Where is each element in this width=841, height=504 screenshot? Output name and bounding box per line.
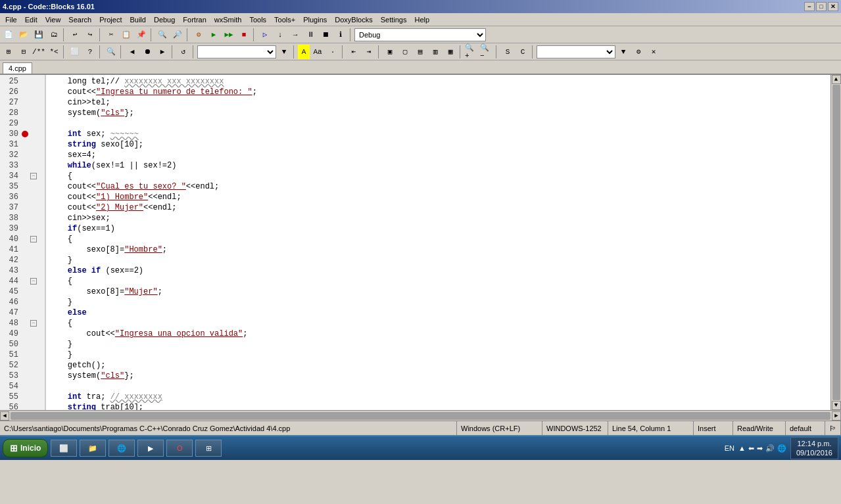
- start-button[interactable]: ⊞ Inicio: [3, 439, 48, 457]
- target-combo[interactable]: Debug: [354, 28, 486, 41]
- taskbar-app-ie[interactable]: ⬜: [51, 440, 77, 457]
- menu-item-tools+[interactable]: Tools+: [270, 14, 299, 25]
- tb2-zoom-out[interactable]: 🔍−: [479, 45, 494, 59]
- tb2-sel[interactable]: ▣: [383, 45, 397, 59]
- menu-item-settings[interactable]: Settings: [377, 14, 411, 25]
- scroll-thumb[interactable]: [832, 85, 840, 400]
- horizontal-scroll-thumb[interactable]: [11, 412, 830, 420]
- taskbar-app-opera[interactable]: O: [166, 440, 193, 457]
- menu-item-tools[interactable]: Tools: [245, 14, 270, 25]
- tb2-sel3[interactable]: ▤: [413, 45, 427, 59]
- vertical-scrollbar[interactable]: ▲ ▼: [830, 75, 841, 410]
- search-opts[interactable]: ⚙: [631, 45, 646, 59]
- gutter-row: 53: [0, 371, 45, 381]
- menu-item-doxyblocks[interactable]: DoxyBlocks: [331, 14, 376, 25]
- redo-button[interactable]: ↪: [83, 28, 97, 42]
- tb2-sel2[interactable]: ▢: [398, 45, 412, 59]
- scroll-right-button[interactable]: ▶: [832, 411, 841, 421]
- tb2-btn6[interactable]: ?: [83, 45, 97, 59]
- tb2-refresh[interactable]: ↺: [176, 45, 191, 59]
- clock[interactable]: 12:14 p.m. 09/10/2016: [790, 437, 838, 459]
- buildrun-button[interactable]: ▶▶: [222, 28, 236, 42]
- tb2-hl[interactable]: A: [298, 45, 310, 59]
- stop-button[interactable]: ■: [237, 28, 251, 42]
- taskbar-app-explorer[interactable]: 📁: [80, 440, 106, 457]
- scroll-down-button[interactable]: ▼: [832, 401, 841, 410]
- search-button[interactable]: 🔍: [155, 28, 170, 42]
- tb2-btn7[interactable]: 🔍: [104, 45, 118, 59]
- nav-fwd[interactable]: ▶: [155, 45, 170, 59]
- search-go[interactable]: ▼: [616, 45, 631, 59]
- fold-col[interactable]: −: [29, 236, 38, 242]
- tb2-fmt[interactable]: Aa: [310, 45, 325, 59]
- menu-item-project[interactable]: Project: [95, 14, 126, 25]
- tb2-sel4[interactable]: ▥: [428, 45, 443, 59]
- nav-circle[interactable]: ⏺: [140, 45, 155, 59]
- tb2-btn2[interactable]: ⊟: [16, 45, 31, 59]
- menu-item-search[interactable]: Search: [64, 14, 95, 25]
- taskbar-app-ie2[interactable]: 🌐: [108, 440, 135, 457]
- fold-col[interactable]: −: [29, 173, 38, 179]
- menu-item-file[interactable]: File: [1, 14, 21, 25]
- tb2-sel5[interactable]: ▦: [443, 45, 458, 59]
- menu-item-plugins[interactable]: Plugins: [299, 14, 331, 25]
- sep2: [99, 28, 102, 41]
- tb2-arrow2[interactable]: ⇥: [362, 45, 376, 59]
- tb2-btn1[interactable]: ⊞: [1, 45, 16, 59]
- fold-col[interactable]: −: [29, 278, 38, 285]
- tb2-btn4[interactable]: *<: [47, 45, 61, 59]
- debug-stop[interactable]: ⏹: [318, 28, 333, 42]
- debug-button[interactable]: ▷: [258, 28, 272, 42]
- menu-item-view[interactable]: View: [41, 14, 65, 25]
- menu-item-build[interactable]: Build: [126, 14, 149, 25]
- horizontal-scrollbar[interactable]: ◀ ▶: [0, 410, 841, 421]
- maximize-button[interactable]: □: [816, 2, 827, 11]
- scroll-up-button[interactable]: ▲: [832, 75, 841, 84]
- debug-pause[interactable]: ⏸: [303, 28, 318, 42]
- network-icon: 🌐: [777, 444, 786, 453]
- breakpoint-col[interactable]: [21, 131, 29, 137]
- open-button[interactable]: 📂: [16, 28, 31, 42]
- tb2-arrow[interactable]: ⇤: [347, 45, 361, 59]
- run-button[interactable]: ▶: [206, 28, 221, 42]
- copy-button[interactable]: 📋: [119, 28, 133, 42]
- menu-item-wxsmith[interactable]: wxSmith: [210, 14, 246, 25]
- menu-item-debug[interactable]: Debug: [150, 14, 179, 25]
- debug-next[interactable]: →: [288, 28, 302, 42]
- tb2-btn5[interactable]: ⬜: [68, 45, 82, 59]
- jump-combo[interactable]: [197, 45, 276, 58]
- tb2-btn3[interactable]: /**: [32, 45, 46, 59]
- build-button[interactable]: ⚙: [191, 28, 206, 42]
- undo-button[interactable]: ↩: [68, 28, 82, 42]
- debug-step[interactable]: ↓: [273, 28, 287, 42]
- save-all-button[interactable]: 🗂: [47, 28, 61, 42]
- new-button[interactable]: 📄: [1, 28, 16, 42]
- menu-item-edit[interactable]: Edit: [21, 14, 41, 25]
- fold-col[interactable]: −: [29, 320, 38, 327]
- taskbar-app-media[interactable]: ▶: [137, 440, 164, 457]
- close-button[interactable]: ✕: [828, 2, 838, 11]
- file-tab-4cpp[interactable]: 4.cpp: [3, 62, 32, 74]
- search-combo[interactable]: [537, 45, 615, 58]
- tb2-dot[interactable]: ·: [325, 45, 340, 59]
- menu-item-help[interactable]: Help: [410, 14, 433, 25]
- cut-button[interactable]: ✂: [104, 28, 118, 42]
- code-line: }: [49, 297, 828, 308]
- tb2-s1[interactable]: S: [500, 45, 515, 59]
- gutter-row: 47: [0, 308, 45, 318]
- tb2-c1[interactable]: C: [516, 45, 530, 59]
- ie2-icon: 🌐: [117, 444, 126, 453]
- code-editor[interactable]: long tel;// xxxxxxxx xxx xxxxxxxx cout<<…: [46, 75, 830, 410]
- paste-button[interactable]: 📌: [134, 28, 149, 42]
- nav-back[interactable]: ◀: [125, 45, 139, 59]
- tb2-zoom-in[interactable]: 🔍+: [464, 45, 479, 59]
- menu-item-fortran[interactable]: Fortran: [179, 14, 210, 25]
- save-button[interactable]: 💾: [32, 28, 46, 42]
- scroll-left-button[interactable]: ◀: [0, 411, 9, 421]
- search-close[interactable]: ✕: [646, 45, 661, 59]
- debug-info[interactable]: ℹ: [333, 28, 348, 42]
- taskbar-app-win[interactable]: ⊞: [195, 440, 222, 457]
- minimize-button[interactable]: −: [804, 2, 815, 11]
- jump-btn[interactable]: ▼: [277, 45, 291, 59]
- search2-button[interactable]: 🔎: [170, 28, 185, 42]
